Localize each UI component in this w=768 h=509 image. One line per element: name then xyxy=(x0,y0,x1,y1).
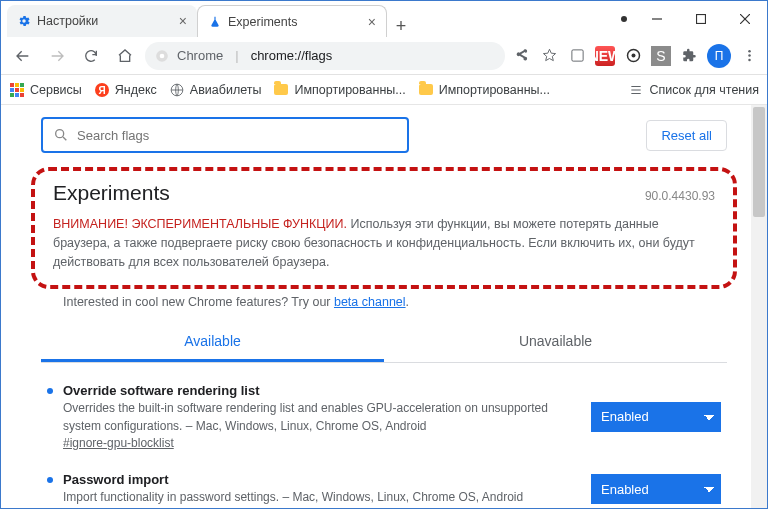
version-label: 90.0.4430.93 xyxy=(645,189,715,203)
flag-title: Password import xyxy=(63,472,571,487)
search-flags-input[interactable] xyxy=(77,128,397,143)
back-button[interactable] xyxy=(9,42,37,70)
reading-list-label: Список для чтения xyxy=(649,83,759,97)
home-button[interactable] xyxy=(111,42,139,70)
star-icon[interactable] xyxy=(539,46,559,66)
toolbar: Chrome | chrome://flags NEW S П xyxy=(1,37,767,75)
browser-tab-experiments[interactable]: Experiments × xyxy=(197,5,387,37)
svg-rect-6 xyxy=(571,50,582,61)
svg-rect-14 xyxy=(20,83,24,87)
bookmark-aviabilets[interactable]: Авиабилеты xyxy=(169,82,262,98)
reset-all-button[interactable]: Reset all xyxy=(646,120,727,151)
scrollbar-thumb[interactable] xyxy=(753,107,765,217)
flag-title: Override software rendering list xyxy=(63,383,571,398)
bullet-icon xyxy=(47,388,53,394)
beta-prompt: Interested in cool new Chrome features? … xyxy=(63,295,727,309)
profile-avatar[interactable]: П xyxy=(707,44,731,68)
folder-icon xyxy=(273,82,289,98)
warning-lead: ВНИМАНИЕ! ЭКСПЕРИМЕНТАЛЬНЫЕ ФУНКЦИИ. xyxy=(53,217,347,231)
bookmark-folder-1[interactable]: Импортированны... xyxy=(273,82,405,98)
list-icon xyxy=(629,83,643,97)
warning-text: ВНИМАНИЕ! ЭКСПЕРИМЕНТАЛЬНЫЕ ФУНКЦИИ. Исп… xyxy=(53,215,715,271)
reading-list[interactable]: Список для чтения xyxy=(629,83,759,97)
address-bar[interactable]: Chrome | chrome://flags xyxy=(145,42,505,70)
svg-text:Я: Я xyxy=(98,85,105,96)
svg-point-11 xyxy=(748,59,751,62)
extension-s-icon[interactable]: S xyxy=(651,46,671,66)
reload-button[interactable] xyxy=(77,42,105,70)
tab-title: Experiments xyxy=(228,15,297,29)
minimize-button[interactable] xyxy=(635,4,679,34)
bookmark-label: Авиабилеты xyxy=(190,83,262,97)
svg-rect-12 xyxy=(10,83,14,87)
svg-rect-18 xyxy=(10,93,14,97)
tab-unavailable[interactable]: Unavailable xyxy=(384,323,727,362)
bookmarks-bar: Сервисы Я Яндекс Авиабилеты Импортирован… xyxy=(1,75,767,105)
bookmark-label: Импортированны... xyxy=(439,83,550,97)
gear-icon xyxy=(17,14,31,28)
page-title: Experiments xyxy=(53,181,170,205)
url-host: Chrome xyxy=(177,48,223,63)
svg-point-24 xyxy=(56,130,64,138)
translate-icon[interactable] xyxy=(567,46,587,66)
flag-state-select[interactable]: Enabled xyxy=(591,474,721,504)
chrome-icon xyxy=(155,49,169,63)
close-window-button[interactable] xyxy=(723,4,767,34)
beta-text: Interested in cool new Chrome features? … xyxy=(63,295,334,309)
svg-rect-19 xyxy=(15,93,19,97)
close-tab-icon[interactable]: × xyxy=(179,14,187,28)
beta-suffix: . xyxy=(406,295,409,309)
bullet-icon xyxy=(47,477,53,483)
new-tab-button[interactable]: + xyxy=(387,16,415,37)
browser-tab-settings[interactable]: Настройки × xyxy=(7,5,197,37)
svg-rect-15 xyxy=(10,88,14,92)
menu-button[interactable] xyxy=(739,46,759,66)
flask-icon xyxy=(208,15,222,29)
svg-line-25 xyxy=(63,137,66,140)
browser-window: Настройки × Experiments × + xyxy=(0,0,768,509)
forward-button[interactable] xyxy=(43,42,71,70)
title-bar: Настройки × Experiments × + xyxy=(1,1,767,37)
extensions-puzzle-icon[interactable] xyxy=(679,46,699,66)
svg-rect-20 xyxy=(20,93,24,97)
tab-available[interactable]: Available xyxy=(41,323,384,362)
beta-channel-link[interactable]: beta channel xyxy=(334,295,406,309)
bookmark-services[interactable]: Сервисы xyxy=(9,82,82,98)
bookmark-label: Яндекс xyxy=(115,83,157,97)
warning-highlight-box: Experiments 90.0.4430.93 ВНИМАНИЕ! ЭКСПЕ… xyxy=(31,167,737,289)
tab-strip: Настройки × Experiments × + xyxy=(1,1,621,37)
search-flags-box[interactable] xyxy=(41,117,409,153)
flag-description: Overrides the built-in software renderin… xyxy=(63,400,571,435)
new-badge-icon[interactable]: NEW xyxy=(595,46,615,66)
search-icon xyxy=(53,127,69,143)
page-content: Reset all Experiments 90.0.4430.93 ВНИМА… xyxy=(1,105,767,508)
account-dot-icon xyxy=(621,16,627,22)
svg-rect-1 xyxy=(697,15,706,24)
url-path: chrome://flags xyxy=(251,48,333,63)
url-separator: | xyxy=(235,48,238,63)
flag-description: Import functionality in password setting… xyxy=(63,489,571,506)
bookmark-yandex[interactable]: Я Яндекс xyxy=(94,82,157,98)
tab-title: Настройки xyxy=(37,14,98,28)
flag-hash-link[interactable]: #ignore-gpu-blocklist xyxy=(63,436,174,450)
scrollbar[interactable] xyxy=(751,105,767,508)
extension-circle-icon[interactable] xyxy=(623,46,643,66)
yandex-icon: Я xyxy=(94,82,110,98)
flag-row: Password import Import functionality in … xyxy=(41,472,727,506)
apps-icon xyxy=(9,82,25,98)
svg-rect-17 xyxy=(20,88,24,92)
close-tab-icon[interactable]: × xyxy=(368,15,376,29)
maximize-button[interactable] xyxy=(679,4,723,34)
svg-point-10 xyxy=(748,54,751,57)
flag-row: Override software rendering list Overrid… xyxy=(41,383,727,450)
bookmark-folder-2[interactable]: Импортированны... xyxy=(418,82,550,98)
window-controls xyxy=(621,1,767,37)
folder-icon xyxy=(418,82,434,98)
globe-icon xyxy=(169,82,185,98)
svg-rect-16 xyxy=(15,88,19,92)
svg-point-9 xyxy=(748,50,751,53)
svg-point-8 xyxy=(631,54,635,58)
bookmark-label: Импортированны... xyxy=(294,83,405,97)
flag-state-select[interactable]: Enabled xyxy=(591,402,721,432)
share-icon[interactable] xyxy=(511,46,531,66)
